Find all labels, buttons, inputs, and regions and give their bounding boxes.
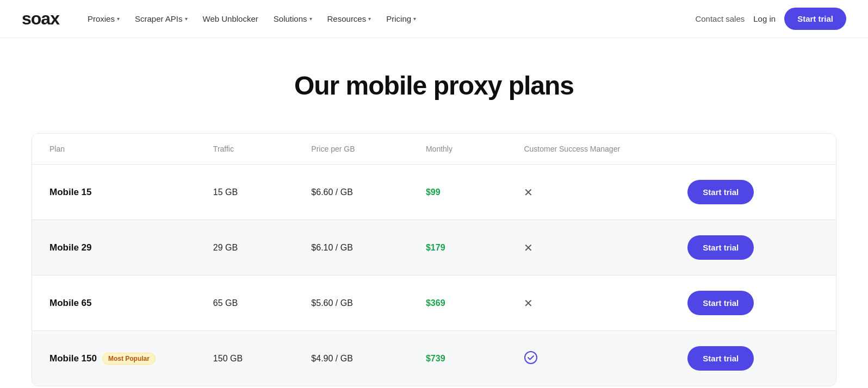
nav-label-proxies: Proxies — [88, 14, 115, 23]
hero-section: Our mobile proxy plans — [0, 38, 868, 122]
nav-item-proxies[interactable]: Proxies ▾ — [81, 10, 126, 28]
plan-name-mobile29: Mobile 29 — [49, 242, 213, 253]
nav-item-solutions[interactable]: Solutions ▾ — [267, 10, 319, 28]
action-mobile150: Start trial — [687, 346, 819, 371]
start-trial-button-mobile150[interactable]: Start trial — [687, 346, 754, 371]
monthly-mobile29: $179 — [426, 243, 524, 253]
nav-item-scraper-apis[interactable]: Scraper APIs ▾ — [128, 10, 194, 28]
plan-name-mobile150: Mobile 150 Most Popular — [49, 353, 213, 365]
col-header-action — [687, 145, 819, 153]
table-row: Mobile 150 Most Popular 150 GB $4.90 / G… — [32, 331, 836, 386]
nav-item-resources[interactable]: Resources ▾ — [321, 10, 378, 28]
col-header-price-per-gb: Price per GB — [311, 145, 426, 153]
monthly-mobile150: $739 — [426, 354, 524, 364]
navbar: soax Proxies ▾ Scraper APIs ▾ Web Unbloc… — [0, 0, 868, 38]
price-per-gb-mobile15: $6.60 / GB — [311, 187, 426, 197]
table-row: Mobile 15 15 GB $6.60 / GB $99 ✕ Start t… — [32, 165, 836, 220]
table-row: Mobile 29 29 GB $6.10 / GB $179 ✕ Start … — [32, 220, 836, 276]
start-trial-button-mobile15[interactable]: Start trial — [687, 180, 754, 204]
col-header-csm: Customer Success Manager — [524, 145, 687, 153]
pricing-section: Plan Traffic Price per GB Monthly Custom… — [10, 122, 858, 388]
chevron-down-icon: ▾ — [309, 16, 312, 22]
nav-start-trial-button[interactable]: Start trial — [784, 8, 846, 30]
nav-links: Proxies ▾ Scraper APIs ▾ Web Unblocker S… — [81, 10, 695, 28]
start-trial-button-mobile65[interactable]: Start trial — [687, 291, 754, 315]
table-header: Plan Traffic Price per GB Monthly Custom… — [32, 134, 836, 165]
chevron-down-icon: ▾ — [368, 16, 371, 22]
action-mobile15: Start trial — [687, 180, 819, 204]
action-mobile29: Start trial — [687, 235, 819, 260]
traffic-mobile65: 65 GB — [213, 298, 312, 308]
col-header-monthly: Monthly — [426, 145, 524, 153]
chevron-down-icon: ▾ — [413, 16, 416, 22]
traffic-mobile150: 150 GB — [213, 354, 312, 364]
contact-sales-link[interactable]: Contact sales — [695, 14, 745, 23]
nav-label-solutions: Solutions — [274, 14, 307, 23]
chevron-down-icon: ▾ — [185, 16, 188, 22]
table-row: Mobile 65 65 GB $5.60 / GB $369 ✕ Start … — [32, 276, 836, 331]
csm-mobile15: ✕ — [524, 186, 687, 199]
monthly-mobile15: $99 — [426, 187, 524, 197]
price-per-gb-mobile29: $6.10 / GB — [311, 243, 426, 253]
traffic-mobile29: 29 GB — [213, 243, 312, 253]
col-header-plan: Plan — [49, 145, 213, 153]
svg-point-0 — [525, 352, 537, 364]
col-header-traffic: Traffic — [213, 145, 312, 153]
traffic-mobile15: 15 GB — [213, 187, 312, 197]
pricing-table: Plan Traffic Price per GB Monthly Custom… — [32, 133, 836, 386]
action-mobile65: Start trial — [687, 291, 819, 315]
most-popular-badge: Most Popular — [102, 353, 156, 365]
nav-label-resources: Resources — [327, 14, 367, 23]
price-per-gb-mobile150: $4.90 / GB — [311, 354, 426, 364]
logo[interactable]: soax — [22, 9, 59, 29]
page-title: Our mobile proxy plans — [22, 71, 846, 101]
csm-mobile29: ✕ — [524, 241, 687, 254]
login-link[interactable]: Log in — [753, 14, 776, 23]
nav-item-pricing[interactable]: Pricing ▾ — [380, 10, 423, 28]
monthly-mobile65: $369 — [426, 298, 524, 308]
nav-right: Contact sales Log in Start trial — [695, 8, 846, 30]
nav-label-pricing: Pricing — [386, 14, 411, 23]
plan-name-mobile65: Mobile 65 — [49, 298, 213, 309]
nav-item-web-unblocker[interactable]: Web Unblocker — [196, 10, 265, 28]
start-trial-button-mobile29[interactable]: Start trial — [687, 235, 754, 260]
csm-mobile65: ✕ — [524, 297, 687, 310]
nav-label-scraper-apis: Scraper APIs — [135, 14, 183, 23]
csm-mobile150 — [524, 351, 687, 367]
chevron-down-icon: ▾ — [117, 16, 120, 22]
nav-label-web-unblocker: Web Unblocker — [203, 14, 258, 23]
plan-name-mobile15: Mobile 15 — [49, 187, 213, 198]
price-per-gb-mobile65: $5.60 / GB — [311, 298, 426, 308]
